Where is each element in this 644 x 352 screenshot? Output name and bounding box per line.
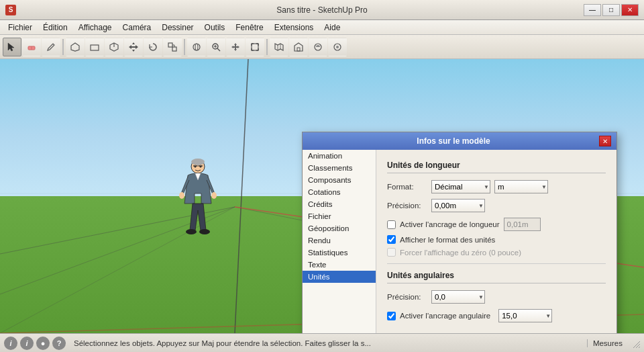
sidebar-item-texte[interactable]: Texte [303,259,376,271]
svg-rect-6 [172,47,176,51]
unit-select-wrapper: m cm mm ft in ▼ [494,180,548,193]
material-button[interactable] [309,38,327,56]
anchor-length-label: Activer l'ancrage de longueur [400,220,500,228]
force-zero-checkbox[interactable] [387,248,396,257]
minimize-button[interactable]: — [584,4,601,16]
anchor-length-input[interactable] [504,218,541,231]
sidebar-item-fichier[interactable]: Fichier [303,210,376,222]
force-zero-label: Forcer l'affichage du zéro (0 pouce) [400,249,521,257]
sidebar-item-rendu[interactable]: Rendu [303,234,376,247]
angular-precision-select-wrapper: 0 0,0 0,00 0,000 ▼ [431,290,485,304]
anchor-angle-row: Activer l'ancrage angulaire 1,0 5,0 10,0… [387,309,606,322]
sidebar-item-geoposition[interactable]: Géoposition [303,222,376,234]
shape-tool-button[interactable] [66,38,85,56]
svg-point-43 [199,229,210,234]
orbit-tool-button[interactable] [187,38,206,56]
status-bar: i i ● ? Sélectionnez les objets. Appuyez… [0,333,644,352]
zoom-extents-button[interactable] [246,38,264,56]
sidebar-item-statistiques[interactable]: Statistiques [303,247,376,259]
sidebar-item-animation[interactable]: Animation [303,150,376,162]
toolbar-separator-2 [184,39,185,55]
model-info-dialog: Infos sur le modèle ✕ Animation Classeme… [302,132,617,333]
show-format-label: Afficher le format des unités [400,236,495,244]
menu-camera[interactable]: Caméra [117,20,157,34]
menu-aide[interactable]: Aide [319,20,345,34]
section-divider [387,263,606,264]
anchor-angle-checkbox[interactable] [387,312,396,320]
select-tool-button[interactable] [3,38,21,56]
svg-rect-26 [297,48,300,51]
anchor-angle-label: Activer l'ancrage angulaire [400,312,490,320]
status-icon-1[interactable]: i [4,337,17,350]
menu-outils[interactable]: Outils [199,20,231,34]
angulaire-section-header: Unités angulaires [387,271,606,283]
anchor-length-row: Activer l'ancrage de longueur [387,218,606,231]
angular-precision-label: Précision: [387,293,427,301]
sidebar-item-classements[interactable]: Classements [303,162,376,174]
dialog-title: Infos sur le modèle [308,136,599,146]
dialog-body: Animation Classements Composants Cotatio… [303,150,616,333]
sidebar-item-unites[interactable]: Unités [303,271,376,283]
menu-fichier[interactable]: Fichier [3,20,38,34]
resize-handle[interactable] [631,339,640,348]
precision-select[interactable]: 0m 0,0m 0,00m 0,000m [431,199,485,212]
close-button[interactable]: ✕ [621,4,639,16]
status-measure-label: Mesures [587,339,628,347]
svg-point-40 [179,192,184,199]
warehouse-button[interactable] [289,38,308,56]
zoom-tool-button[interactable] [207,38,225,56]
toolbar-separator-1 [62,39,64,55]
move-tool-button[interactable] [124,38,143,56]
pencil-tool-button[interactable] [42,38,60,56]
menu-edition[interactable]: Édition [38,20,73,34]
status-icon-2[interactable]: i [20,337,34,350]
format-select-wrapper: Décimal Architectural Ingénierie Fractio… [431,180,490,193]
svg-point-29 [336,46,339,48]
status-icon-4[interactable]: ? [52,337,66,350]
format-select[interactable]: Décimal Architectural Ingénierie Fractio… [431,180,490,193]
rotate-tool-button[interactable] [144,38,162,56]
dialog-content-panel: Unités de longueur Format: Décimal Archi… [376,150,616,333]
sidebar-item-composants[interactable]: Composants [303,174,376,186]
anchor-angle-select[interactable]: 1,0 5,0 10,0 15,0 30,0 45,0 90,0 [498,309,552,322]
svg-point-39 [191,159,205,165]
unit-select[interactable]: m cm mm ft in [494,180,548,193]
window-controls: — □ ✕ [584,4,639,16]
map-tool-button[interactable] [270,38,288,56]
scale-tool-button[interactable] [163,38,182,56]
svg-marker-2 [71,43,79,51]
pan-tool-button[interactable] [226,38,245,56]
menu-extensions[interactable]: Extensions [269,20,319,34]
maximize-button[interactable]: □ [602,4,620,16]
angular-precision-row: Précision: 0 0,0 0,00 0,000 ▼ [387,290,606,304]
svg-rect-5 [168,43,172,47]
menu-fenetre[interactable]: Fenêtre [230,20,268,34]
sidebar-item-cotations[interactable]: Cotations [303,186,376,198]
toolbar [0,35,644,59]
canvas-area[interactable]: Infos sur le modèle ✕ Animation Classeme… [0,59,644,333]
show-format-checkbox[interactable] [387,235,396,244]
menu-dessiner[interactable]: Dessiner [156,20,199,34]
dialog-sidebar: Animation Classements Composants Cotatio… [303,150,376,333]
sidebar-item-credits[interactable]: Crédits [303,198,376,210]
menu-affichage[interactable]: Affichage [73,20,117,34]
precision-label: Précision: [387,202,427,210]
pushpull-tool-button[interactable] [105,38,123,56]
title-bar: S Sans titre - SketchUp Pro — □ ✕ [0,0,644,20]
precision-select-wrapper: 0m 0,0m 0,00m 0,000m ▼ [431,199,485,212]
window-title: Sans titre - SketchUp Pro [276,5,367,15]
show-format-row: Afficher le format des unités [387,235,606,244]
eraser-tool-button[interactable] [22,38,41,56]
dialog-close-button[interactable]: ✕ [599,136,611,146]
force-zero-row: Forcer l'affichage du zéro (0 pouce) [387,248,606,257]
svg-line-49 [639,347,640,348]
anchor-length-checkbox[interactable] [387,220,396,229]
angular-precision-select[interactable]: 0 0,0 0,00 0,000 [431,290,485,304]
svg-point-9 [193,44,200,50]
toolbar-separator-3 [266,39,268,55]
menu-bar: Fichier Édition Affichage Caméra Dessine… [0,20,644,35]
svg-line-12 [217,48,220,51]
rectangle-tool-button[interactable] [85,38,104,56]
status-icon-3[interactable]: ● [36,337,50,350]
style-button[interactable] [328,38,347,56]
